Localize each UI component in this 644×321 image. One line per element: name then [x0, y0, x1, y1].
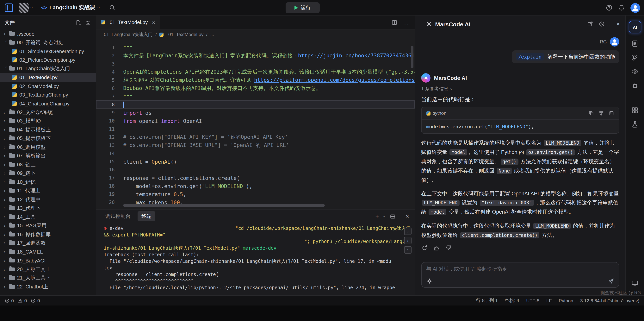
tree-item[interactable]: ›21_人脉工具下: [0, 274, 96, 282]
tree-item[interactable]: ›19_BabyAGI: [0, 256, 96, 265]
chat-scroll-area[interactable]: RG /explain 解释一下当前选中函数的功能 MarsCode AI 1 …: [415, 33, 626, 254]
new-terminal-icon[interactable]: +: [375, 213, 379, 220]
tree-item[interactable]: ›12_代理中: [0, 195, 96, 204]
editor-more-icon[interactable]: …: [403, 19, 409, 26]
open-in-file-icon[interactable]: [604, 111, 614, 116]
tree-item[interactable]: ›14_工具: [0, 213, 96, 221]
tree-item[interactable]: ›03_模型IO: [0, 117, 96, 125]
encoding[interactable]: UTF-8: [526, 298, 540, 303]
tree-item[interactable]: ›08_链上: [0, 160, 96, 169]
sidebar-toggle-icon[interactable]: [5, 3, 13, 12]
history-icon[interactable]: [593, 21, 605, 27]
terminal-item-icon[interactable]: ›: [404, 246, 412, 253]
run-button[interactable]: 运行: [286, 2, 320, 13]
terminal-item-icon[interactable]: ›: [404, 237, 412, 244]
new-chat-icon[interactable]: [582, 21, 593, 27]
cursor-position[interactable]: 行 8，列 1: [476, 297, 498, 304]
language-mode[interactable]: Python: [559, 298, 573, 303]
tree-item-label: 20_人脉工具上: [17, 266, 50, 273]
split-panel-icon[interactable]: [390, 213, 396, 219]
tree-item[interactable]: ›11_代理上: [0, 186, 96, 195]
tree-item[interactable]: 04_ChatLongChain.py: [0, 99, 96, 108]
test-flask-icon[interactable]: [631, 114, 638, 128]
ai-chat-input[interactable]: [421, 262, 619, 288]
tree-item[interactable]: 01_TextModel.py: [0, 73, 96, 82]
explain-command-chip[interactable]: /explain: [516, 53, 544, 61]
warnings-indicator[interactable]: 0: [18, 298, 27, 303]
tree-item[interactable]: ›18_CAMEL: [0, 247, 96, 256]
chat-input-field[interactable]: [426, 265, 614, 277]
tree-item[interactable]: ›02_文档QA系统: [0, 108, 96, 117]
tree-item[interactable]: ›04_提示模板上: [0, 125, 96, 134]
terminal-line: && export PYTHONPATH=": [104, 232, 411, 238]
tree-item[interactable]: ›13_代理下: [0, 204, 96, 213]
insert-code-icon[interactable]: [594, 111, 604, 116]
eol-type[interactable]: LF: [546, 298, 552, 303]
terminal-dropdown-icon[interactable]: ›: [382, 216, 387, 217]
tab-01-textmodel[interactable]: 01_TextModel.py ×: [96, 16, 160, 29]
send-icon[interactable]: [608, 278, 614, 284]
split-editor-icon[interactable]: [391, 19, 398, 25]
tree-item[interactable]: 02_ChatModel.py: [0, 82, 96, 91]
tree-item[interactable]: ›15_RAG应用: [0, 221, 96, 230]
close-tab-icon[interactable]: ×: [152, 19, 155, 25]
breadcrumb-file[interactable]: 01_TextModel.py: [168, 32, 204, 37]
app-logo[interactable]: [18, 3, 29, 13]
breadcrumb-more[interactable]: ...: [210, 32, 214, 37]
tree-item[interactable]: ›.vscode: [0, 30, 96, 38]
reference-toggle[interactable]: 1 条参考信息 ›: [421, 86, 619, 92]
help-icon[interactable]: [606, 4, 612, 11]
regenerate-icon[interactable]: [421, 245, 428, 251]
close-panel-icon[interactable]: ×: [406, 213, 409, 220]
git-branch-icon[interactable]: [631, 47, 638, 61]
tree-item[interactable]: ›22_Chatbot上: [0, 282, 96, 291]
thumbs-down-icon[interactable]: [445, 245, 452, 251]
docs-icon[interactable]: [631, 33, 638, 47]
tab-debug-console[interactable]: 调试控制台: [102, 211, 134, 221]
terminal-item-icon[interactable]: ›: [404, 228, 412, 235]
tree-item[interactable]: ›05_提示模板下: [0, 134, 96, 143]
ai-activity-button[interactable]: AI: [629, 21, 641, 33]
remote-monitor-icon[interactable]: [631, 273, 638, 287]
tree-item[interactable]: ›16_操作数据库: [0, 230, 96, 239]
tree-item[interactable]: ›01_LangChain快速入门: [0, 64, 96, 73]
code-area[interactable]: 1"""2本文件是【LangChain系统安装和快速入门】章节的配套代码。课程链…: [96, 40, 414, 206]
tree-item[interactable]: ›20_人脉工具上: [0, 265, 96, 274]
tree-item[interactable]: ›00_开篇词_奇点时刻: [0, 38, 96, 47]
line-number: 12: [96, 134, 115, 140]
new-file-icon[interactable]: [72, 20, 81, 25]
indentation[interactable]: 空格: 4: [505, 297, 519, 304]
python-interpreter[interactable]: 3.12.6 64-bit ('shims': pyenv): [580, 298, 639, 303]
tree-item[interactable]: 03_TextLangChain.py: [0, 91, 96, 99]
terminal-output[interactable]: ⊗ e-dev"cd /cloudide/workspace/LangChain…: [96, 223, 414, 291]
debug-bug-icon[interactable]: [631, 75, 638, 89]
code-text: # os.environ["OPENAI_BASE_URL"] = 'OpenA…: [123, 142, 289, 149]
extensions-grid-icon[interactable]: [631, 100, 638, 114]
breadcrumb-folder[interactable]: 01_LangChain快速入门: [104, 31, 153, 38]
tree-item[interactable]: ›09_链下: [0, 169, 96, 178]
copy-code-icon[interactable]: [584, 111, 594, 116]
tree-item[interactable]: 02_PictureDescription.py: [0, 56, 96, 64]
tree-item[interactable]: 01_SimpleTextGeneration.py: [0, 47, 96, 56]
tree-item[interactable]: ›10_记忆: [0, 178, 96, 186]
thumbs-up-icon[interactable]: [433, 245, 440, 251]
vertical-scrollbar[interactable]: [411, 46, 414, 68]
tree-item[interactable]: ›07_解析输出: [0, 152, 96, 160]
notifications-bell-icon[interactable]: [618, 4, 625, 11]
breadcrumb[interactable]: 01_LangChain快速入门 / 01_TextModel.py / ...: [96, 30, 414, 40]
user-avatar[interactable]: [630, 3, 640, 13]
ai-more-icon[interactable]: …: [605, 21, 611, 27]
tab-terminal[interactable]: 终端: [138, 211, 156, 221]
tree-item[interactable]: ›17_回调函数: [0, 239, 96, 247]
preview-eye-icon[interactable]: [631, 61, 638, 75]
errors-indicator[interactable]: 0: [5, 298, 14, 303]
new-folder-icon[interactable]: [81, 20, 91, 25]
quick-command-sparkle-icon[interactable]: [426, 278, 432, 284]
project-switcher[interactable]: </> LangChain 实战课 ›: [41, 4, 100, 11]
tree-item[interactable]: ›06_调用模型: [0, 143, 96, 152]
chevron-down-icon[interactable]: ›: [30, 7, 34, 8]
ports-indicator[interactable]: 0: [31, 298, 40, 303]
close-ai-panel-icon[interactable]: ×: [616, 21, 620, 28]
search-icon[interactable]: [109, 4, 115, 11]
horizontal-scrollbar[interactable]: [123, 204, 325, 207]
